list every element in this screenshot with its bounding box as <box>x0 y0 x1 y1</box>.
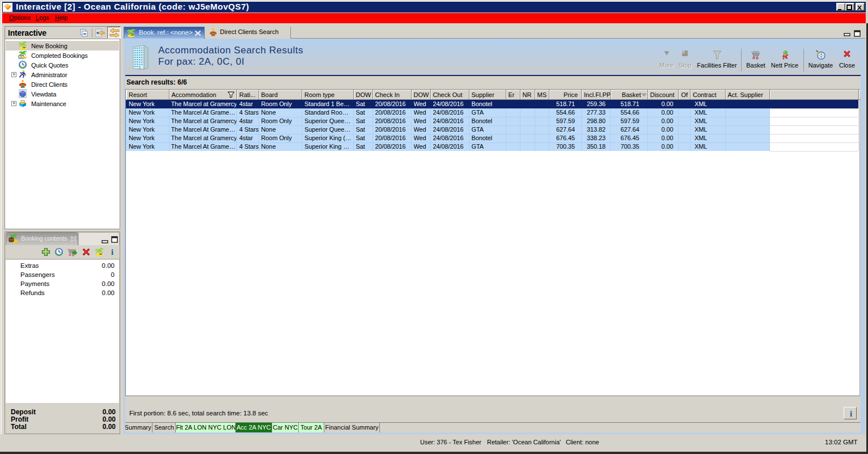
svg-text:i: i <box>111 247 113 256</box>
svg-text:i: i <box>850 409 852 418</box>
